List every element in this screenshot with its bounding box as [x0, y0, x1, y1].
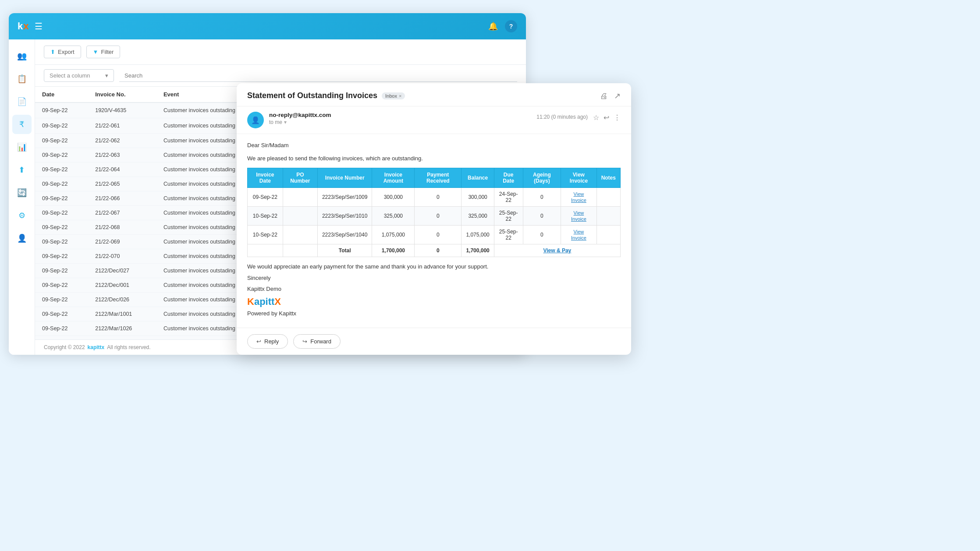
- notification-icon[interactable]: 🔔: [488, 21, 498, 31]
- cell-inv-num: 2223/Sep/Ser/1010: [317, 207, 372, 226]
- sidebar-item-invoices[interactable]: 📋: [12, 69, 32, 88]
- cell-inv-num: 2223/Sep/Ser/1040: [317, 226, 372, 244]
- email-greeting: Dear Sir/Madam: [247, 141, 621, 150]
- sidebar: 👥 📋 📄 ₹ 📊 ⬆ 🔄 ⚙ 👤: [9, 39, 35, 355]
- cell-date: 09-Sep-22: [35, 220, 88, 235]
- email-invoice-table: Invoice Date PO Number Invoice Number In…: [247, 168, 621, 257]
- cell-amount: 300,000: [372, 188, 415, 207]
- email-inv-row: 10-Sep-22 2223/Sep/Ser/1010 325,000 0 32…: [248, 207, 621, 226]
- cell-date: 09-Sep-22: [35, 162, 88, 177]
- reply-icon[interactable]: ↩: [604, 113, 609, 122]
- star-icon[interactable]: ☆: [593, 113, 599, 122]
- avatar-icon: 👤: [251, 116, 260, 124]
- toolbar: ⬆ Export ▼ Filter: [35, 39, 526, 65]
- email-header: Statement of Outstanding Invoices Inbox …: [237, 83, 631, 106]
- email-company: Kapittx Demo: [247, 285, 621, 293]
- cell-date: 09-Sep-22: [35, 321, 88, 336]
- export-icon: ⬆: [50, 49, 55, 55]
- more-icon[interactable]: ⋮: [614, 113, 621, 122]
- sender-info: no-reply@kapittx.com to me ▾: [269, 112, 531, 125]
- logo-k: K: [247, 296, 254, 307]
- cell-date: 09-Sep-22: [35, 249, 88, 264]
- cell-invoice: 21/22-067: [88, 206, 156, 220]
- cell-date: 09-Sep-22: [35, 293, 88, 307]
- sidebar-item-sync[interactable]: 🔄: [12, 183, 32, 202]
- cell-payment: 0: [415, 188, 462, 207]
- total-label-cell: Total: [317, 244, 372, 257]
- cell-notes: [597, 226, 620, 244]
- cell-view[interactable]: View Invoice: [561, 207, 597, 226]
- th-notes: Notes: [597, 168, 620, 188]
- export-button[interactable]: ⬆ Export: [44, 46, 81, 58]
- total-label: [248, 244, 283, 257]
- forward-button[interactable]: ↪ Forward: [293, 334, 341, 349]
- inbox-badge-close[interactable]: ×: [399, 93, 401, 99]
- email-sender-row: 👤 no-reply@kapittx.com to me ▾ 11:20 (0 …: [237, 106, 631, 134]
- print-icon[interactable]: 🖨: [600, 92, 608, 101]
- email-footer: ↩ Reply ↪ Forward: [237, 328, 631, 355]
- cell-invoice: 2122/Mar/1001: [88, 307, 156, 321]
- cell-invoice: 21/22-069: [88, 235, 156, 249]
- cell-date: 09-Sep-22: [35, 278, 88, 293]
- cell-invoice: 2122/Mar/1026: [88, 321, 156, 336]
- cell-date: 09-Sep-22: [35, 148, 88, 162]
- external-link-icon[interactable]: ↗: [614, 91, 621, 101]
- forward-label: Forward: [310, 338, 331, 345]
- email-subject-title: Statement of Outstanding Invoices: [247, 91, 377, 100]
- logo-final-x: X: [274, 296, 281, 307]
- cell-view[interactable]: View Invoice: [561, 188, 597, 207]
- export-label: Export: [58, 49, 75, 55]
- sidebar-item-payments[interactable]: ₹: [12, 115, 32, 134]
- sidebar-item-profile[interactable]: 👤: [12, 229, 32, 248]
- email-time: 11:20 (0 minutes ago): [536, 114, 588, 120]
- th-po-num: PO Number: [283, 168, 317, 188]
- to-chevron-icon[interactable]: ▾: [284, 119, 287, 125]
- th-balance: Balance: [462, 168, 494, 188]
- view-pay[interactable]: View & Pay: [494, 244, 620, 257]
- cell-payment: 0: [415, 207, 462, 226]
- filter-icon: ▼: [93, 49, 99, 55]
- col-invoice: Invoice No.: [88, 87, 156, 102]
- cell-notes: [597, 188, 620, 207]
- search-input[interactable]: [119, 70, 517, 82]
- filter-button[interactable]: ▼ Filter: [86, 46, 121, 58]
- cell-invoice: 21/22-065: [88, 177, 156, 191]
- cell-invoice: 2122/Dec/026: [88, 293, 156, 307]
- sidebar-item-documents[interactable]: 📄: [12, 92, 32, 111]
- sidebar-item-settings[interactable]: ⚙: [12, 206, 32, 225]
- column-select[interactable]: Select a column ▾: [44, 69, 114, 82]
- email-closing2: Sincerely: [247, 274, 621, 283]
- cell-po-num: [283, 226, 317, 244]
- reply-button[interactable]: ↩ Reply: [247, 334, 288, 349]
- cell-date: 09-Sep-22: [35, 102, 88, 118]
- total-balance: 1,700,000: [462, 244, 494, 257]
- cell-po-num: [283, 207, 317, 226]
- email-inv-row: 09-Sep-22 2223/Sep/Ser/1009 300,000 0 30…: [248, 188, 621, 207]
- sender-actions: ☆ ↩ ⋮: [593, 113, 621, 122]
- cell-view[interactable]: View Invoice: [561, 226, 597, 244]
- footer-rights: All rights reserved.: [107, 344, 150, 350]
- total-amount: 1,700,000: [372, 244, 415, 257]
- col-date: Date: [35, 87, 88, 102]
- email-header-actions: 🖨 ↗: [600, 91, 621, 101]
- cell-invoice: 21/22-062: [88, 134, 156, 148]
- th-payment: Payment Received: [415, 168, 462, 188]
- email-subject: Statement of Outstanding Invoices Inbox …: [247, 91, 405, 100]
- help-icon[interactable]: ?: [505, 20, 517, 32]
- cell-invoice: 21/22-064: [88, 162, 156, 177]
- cell-date: 09-Sep-22: [35, 177, 88, 191]
- cell-ageing: 0: [523, 226, 561, 244]
- cell-amount: 1,075,000: [372, 226, 415, 244]
- hamburger-icon[interactable]: ☰: [35, 21, 43, 32]
- logo-apittx: apitt: [254, 296, 274, 307]
- sidebar-item-upload[interactable]: ⬆: [12, 160, 32, 180]
- sidebar-item-reports[interactable]: 📊: [12, 138, 32, 157]
- cell-date: 09-Sep-22: [35, 206, 88, 220]
- cell-balance: 300,000: [462, 188, 494, 207]
- powered-by: Powered by Kapittx: [247, 309, 621, 318]
- cell-balance: 1,075,000: [462, 226, 494, 244]
- cell-date: 09-Sep-22: [35, 307, 88, 321]
- email-modal: Statement of Outstanding Invoices Inbox …: [237, 83, 631, 355]
- sidebar-item-customers[interactable]: 👥: [12, 46, 32, 66]
- cell-invoice: 2122/Dec/027: [88, 264, 156, 278]
